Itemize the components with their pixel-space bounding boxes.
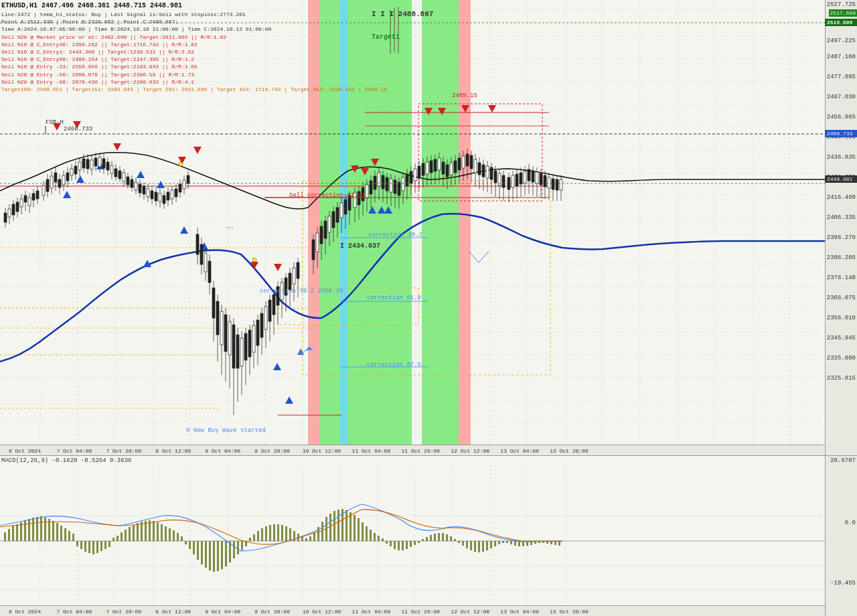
svg-rect-400	[60, 526, 62, 541]
svg-marker-69	[384, 206, 392, 214]
svg-rect-317	[490, 167, 493, 179]
svg-rect-225	[293, 268, 295, 284]
svg-marker-58	[76, 175, 84, 183]
svg-rect-509	[498, 541, 500, 544]
price-2396: 2396.270	[827, 234, 856, 241]
price-2366: 2366.075	[827, 295, 856, 301]
svg-rect-498	[454, 539, 456, 541]
svg-rect-123	[82, 159, 85, 168]
svg-rect-121	[78, 162, 81, 170]
svg-rect-456	[285, 526, 287, 541]
svg-rect-443	[233, 541, 235, 558]
price-2468-label: 2468.733	[64, 126, 92, 133]
svg-rect-429	[177, 533, 179, 541]
svg-rect-137	[110, 165, 113, 173]
svg-rect-235	[324, 221, 327, 238]
svg-rect-502	[470, 541, 472, 550]
price-2335: 2335.880	[827, 355, 856, 362]
svg-rect-500	[462, 541, 464, 546]
svg-rect-505	[482, 541, 484, 552]
time-label-12: 13 Oct 20:00	[550, 448, 589, 454]
info-line-11: Target100: 2399.651 | Target151: 2193.94…	[1, 86, 387, 93]
sell-correction-label: Sell correction 61.81	[289, 192, 365, 199]
svg-rect-398	[52, 521, 54, 541]
svg-rect-402	[68, 531, 70, 541]
correction-875-label: correction 87.5	[367, 362, 421, 368]
svg-rect-484	[398, 541, 400, 550]
svg-rect-201	[244, 333, 247, 360]
svg-rect-343	[544, 175, 546, 187]
svg-rect-169	[175, 189, 177, 197]
svg-rect-394	[36, 517, 38, 541]
svg-rect-491	[426, 537, 428, 541]
svg-rect-445	[241, 541, 243, 550]
time-label-6: 9 Oct 20:00	[254, 448, 290, 454]
svg-rect-508	[494, 541, 496, 546]
time-label-11: 13 Oct 04:00	[500, 448, 539, 454]
svg-rect-157	[151, 191, 153, 199]
price-2406: 2406.335	[827, 214, 856, 221]
svg-rect-101	[36, 191, 39, 199]
svg-rect-401	[64, 528, 66, 541]
svg-rect-433	[193, 541, 195, 554]
svg-rect-454	[277, 524, 279, 541]
svg-rect-483	[394, 541, 396, 549]
svg-rect-439	[217, 541, 219, 571]
svg-rect-139	[114, 169, 117, 177]
time-axis: 6 Oct 2024 7 Oct 04:00 7 Oct 20:00 8 Oct…	[0, 445, 825, 455]
svg-rect-279	[414, 169, 416, 181]
price-2386: 2386.205	[827, 254, 856, 261]
svg-marker-80	[424, 108, 433, 115]
macd-time-4: 8 Oct 12:00	[155, 609, 191, 615]
svg-rect-510	[502, 541, 504, 543]
svg-rect-457	[289, 528, 291, 541]
svg-rect-289	[434, 159, 437, 171]
svg-rect-163	[163, 196, 165, 204]
svg-rect-499	[458, 541, 460, 543]
price-2477: 2477.095	[827, 74, 856, 80]
svg-rect-275	[406, 174, 408, 186]
correction-382-2-label: correction 38.2 2399.29	[260, 288, 343, 295]
svg-rect-305	[466, 154, 469, 166]
price-2517: 2517.660	[829, 9, 857, 17]
svg-rect-159	[155, 192, 157, 201]
svg-rect-512	[510, 541, 512, 544]
svg-rect-416	[125, 530, 127, 541]
svg-rect-468	[333, 511, 335, 541]
svg-rect-333	[524, 171, 526, 183]
svg-marker-355	[297, 348, 304, 355]
correction-618-label: correction 61.8	[367, 295, 421, 301]
price-axis: 2527.725 2507.595 2497.225 2487.160 2477…	[825, 0, 857, 455]
svg-rect-490	[422, 539, 424, 541]
svg-rect-349	[556, 179, 558, 190]
svg-rect-197	[236, 335, 239, 368]
svg-rect-408	[92, 541, 94, 554]
svg-rect-461	[305, 538, 307, 541]
info-line-5: Sell %10 @ C_Entry38: 2399.292 || Target…	[1, 41, 387, 48]
svg-rect-323	[502, 175, 505, 187]
svg-rect-478	[374, 533, 376, 541]
svg-marker-68	[378, 206, 386, 214]
chart-title: ETHUSD,H1 2467.496 2468.361 2448.715 244…	[1, 1, 387, 11]
macd-axis: 20.6707 0.0 -19.455	[825, 455, 857, 616]
svg-rect-417	[129, 527, 131, 541]
price-2497: 2497.225	[827, 37, 856, 44]
svg-marker-60	[137, 171, 145, 178]
svg-rect-207	[256, 320, 259, 345]
svg-marker-65	[285, 396, 293, 404]
svg-rect-269	[394, 180, 396, 194]
svg-rect-309	[474, 159, 477, 173]
svg-rect-465	[321, 522, 323, 541]
svg-rect-115	[66, 173, 69, 181]
svg-rect-447	[249, 538, 251, 541]
svg-marker-83	[488, 105, 496, 112]
price-2487: 2487.160	[827, 54, 856, 60]
svg-rect-109	[54, 173, 57, 182]
svg-rect-405	[80, 541, 82, 549]
svg-rect-436	[205, 541, 207, 568]
svg-rect-427	[169, 528, 171, 541]
svg-rect-413	[112, 538, 114, 541]
svg-rect-91	[16, 202, 19, 212]
time-label-1: 6 Oct 2024	[9, 448, 41, 454]
svg-rect-311	[478, 163, 481, 175]
